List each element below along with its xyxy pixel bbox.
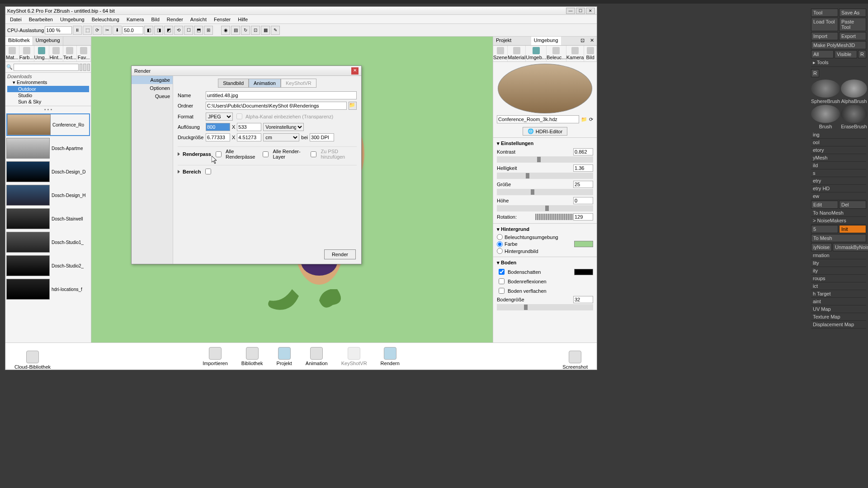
filter-icon[interactable]: [80, 64, 82, 71]
zb-r[interactable]: R: [858, 50, 866, 58]
zb-item-7[interactable]: etry HD: [811, 185, 866, 192]
thumb-design-d[interactable]: Dosch-Design_D: [6, 160, 90, 183]
toggle-icon[interactable]: ⬚: [83, 26, 92, 35]
tree-downloads[interactable]: Downloads: [7, 74, 89, 79]
zb-r2[interactable]: R: [811, 69, 819, 77]
menu-ansicht[interactable]: Ansicht: [187, 16, 210, 23]
zb-sub48[interactable]: ▸ Tools: [811, 59, 866, 67]
sec-einstellungen[interactable]: ▾ Einstellungen: [497, 141, 593, 146]
zb-l2-8[interactable]: Texture Map: [811, 313, 866, 321]
library-tabs[interactable]: Bibliothek Umgebung: [5, 37, 91, 46]
dialog-sidebar[interactable]: Ausgabe Optionen Queue: [132, 76, 173, 264]
tree-outdoor[interactable]: Outdoor: [7, 86, 89, 92]
dialog-tabs[interactable]: Standbild Animation KeyShotVR: [218, 79, 316, 88]
menu-bearbeiten[interactable]: Bearbeiten: [25, 16, 57, 23]
helligkeit-input[interactable]: [573, 164, 593, 172]
bodengroesse-input[interactable]: [573, 296, 593, 303]
side-queue[interactable]: Queue: [132, 92, 173, 100]
thumb-hdri-loc[interactable]: hdri-locations_f: [6, 278, 90, 300]
tab-projekt[interactable]: Projekt: [493, 37, 514, 45]
zb-item-6[interactable]: etry: [811, 177, 866, 185]
subtab-mat[interactable]: Mat...: [5, 46, 19, 61]
menu-datei[interactable]: Datei: [6, 16, 25, 23]
format-select[interactable]: JPEG: [206, 113, 233, 121]
zb-item-5[interactable]: s: [811, 169, 866, 177]
library-search[interactable]: [14, 64, 79, 71]
tree-studio[interactable]: Studio: [7, 92, 89, 99]
zb-iynoise[interactable]: iyNoise: [811, 243, 832, 251]
rtab-bild[interactable]: Bild: [584, 46, 597, 61]
sec-boden[interactable]: ▾ Boden: [497, 260, 593, 266]
thumb-conference[interactable]: Conference_Ro: [6, 113, 90, 136]
tb-icon-1[interactable]: ◧: [144, 26, 153, 35]
screenshot[interactable]: Screenshot: [562, 351, 588, 370]
zb-l2-4[interactable]: ict: [811, 282, 866, 290]
hdri-editor-button[interactable]: 🌐 HDRI-Editor: [523, 127, 567, 136]
bodenschatten-check[interactable]: [499, 269, 505, 275]
zb-del[interactable]: Del: [839, 201, 866, 209]
aufloesung-w-input[interactable]: [206, 123, 230, 131]
zb-item-3[interactable]: yMesh: [811, 154, 866, 162]
hoehe-input[interactable]: [573, 197, 593, 204]
zb-l2-7[interactable]: UV Map: [811, 305, 866, 313]
sec-renderpass[interactable]: Renderpass Alle Renderpässe Alle Render-…: [178, 146, 357, 160]
kontrast-input[interactable]: [573, 148, 593, 155]
zb-edit[interactable]: Edit: [811, 201, 838, 209]
menu-beleuchtung[interactable]: Beleuchtung: [88, 16, 123, 23]
druck-dpi-input[interactable]: [310, 133, 334, 141]
download-icon[interactable]: ⬇: [113, 26, 122, 35]
spherebrush-icon[interactable]: [811, 80, 840, 98]
cpu-value[interactable]: [45, 26, 72, 34]
env-thumbnails[interactable]: Conference_Ro Dosch-Apartme Dosch-Design…: [5, 113, 91, 360]
tree-sunsky[interactable]: Sun & Sky: [7, 99, 89, 105]
render-button[interactable]: Render: [324, 249, 356, 259]
tb-icon-13[interactable]: ✎: [271, 26, 280, 35]
rtab-kamera[interactable]: Kamera: [566, 46, 585, 61]
refresh-lib-icon[interactable]: [87, 64, 90, 71]
sec-bereich[interactable]: Bereich: [178, 165, 357, 176]
zb-l2-0[interactable]: rmation: [811, 252, 866, 259]
side-optionen[interactable]: Optionen: [132, 84, 173, 92]
dialog-close-button[interactable]: ✕: [351, 67, 359, 75]
zb-l2-3[interactable]: roups: [811, 275, 866, 282]
rtab-material[interactable]: Material: [508, 46, 526, 61]
thumb-studio1[interactable]: Dosch-Studio1_: [6, 231, 90, 253]
zb-all[interactable]: All: [811, 50, 834, 58]
thumb-apartment[interactable]: Dosch-Apartme: [6, 137, 90, 160]
aufloesung-preset-select[interactable]: Voreinstellungen: [263, 123, 304, 131]
bb-importieren[interactable]: Importieren: [203, 347, 228, 366]
tb-icon-2[interactable]: ◨: [154, 26, 163, 35]
bodenverflachen-check[interactable]: [499, 288, 505, 294]
zb-import[interactable]: Import: [811, 32, 838, 40]
tb-icon-8[interactable]: ◉: [221, 26, 230, 35]
rotation-dial[interactable]: [535, 214, 574, 220]
tab-umgebung-right[interactable]: Umgebung: [531, 37, 561, 45]
zb-l2-2[interactable]: ity: [811, 267, 866, 275]
tab-keyshotvr[interactable]: KeyShotVR: [281, 79, 316, 88]
tb-icon-3[interactable]: ◩: [164, 26, 173, 35]
renderpass-psd-check[interactable]: [311, 151, 316, 157]
erasebrush-icon[interactable]: [841, 105, 867, 123]
zb-l2-6[interactable]: aint: [811, 298, 866, 305]
env-preview[interactable]: [498, 64, 592, 113]
zb-noisemakers[interactable]: > NoiseMakers: [811, 217, 866, 225]
bg-radio-image[interactable]: [497, 248, 503, 254]
tb-icon-6[interactable]: ⬒: [194, 26, 203, 35]
pause-icon[interactable]: ⏸: [73, 26, 82, 35]
refresh-icon[interactable]: ⟳: [93, 26, 102, 35]
zb-export[interactable]: Export: [839, 32, 866, 40]
zb-visible[interactable]: Visible: [835, 50, 857, 58]
tb-icon-4[interactable]: ⟲: [174, 26, 183, 35]
subtab-farb[interactable]: Farb...: [19, 46, 34, 61]
zb-l2-9[interactable]: Displacement Map: [811, 321, 866, 328]
zoom-value[interactable]: [123, 26, 143, 34]
tb-icon-10[interactable]: ↻: [241, 26, 250, 35]
zb-init[interactable]: Init: [839, 225, 866, 233]
tb-icon-11[interactable]: ⊡: [251, 26, 260, 35]
zb-loadtool[interactable]: Load Tool: [811, 18, 838, 31]
tb-icon-12[interactable]: ▦: [261, 26, 270, 35]
tab-standbild[interactable]: Standbild: [218, 79, 249, 88]
zb-tool[interactable]: Tool: [811, 9, 838, 17]
cloud-library[interactable]: Cloud-Bibliothek: [14, 351, 51, 370]
env-name-input[interactable]: [497, 115, 579, 123]
